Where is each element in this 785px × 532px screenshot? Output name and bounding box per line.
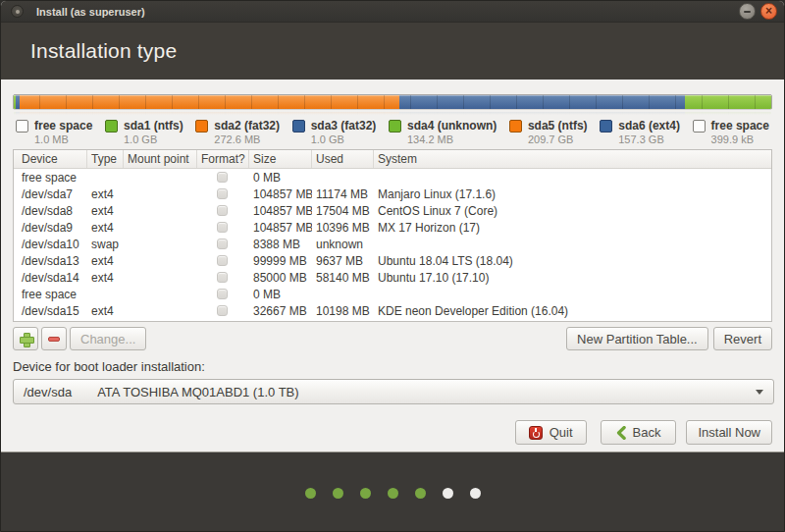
cell-device: /dev/sda10: [14, 238, 87, 251]
disk-bar-wrap: [13, 94, 772, 116]
minimize-button[interactable]: [739, 3, 756, 20]
legend-item: sda4 (unknown) 134.2 MB: [389, 119, 497, 145]
cell-used: 10396 MB: [312, 221, 374, 235]
plus-icon: [20, 333, 32, 346]
cell-used: 9637 MB: [312, 254, 374, 268]
format-checkbox[interactable]: [217, 272, 228, 283]
page-title: Installation type: [30, 39, 177, 63]
legend-label: free space: [711, 119, 769, 133]
navigation-buttons: Quit Back Install Now: [13, 420, 772, 445]
format-checkbox[interactable]: [217, 305, 228, 316]
format-checkbox[interactable]: [217, 222, 228, 233]
disk-bar-reflection: [13, 111, 772, 116]
format-checkbox[interactable]: [217, 205, 228, 216]
close-button[interactable]: ×: [760, 3, 777, 20]
cell-system: Manjaro Linux (17.1.6): [374, 187, 771, 201]
partition-row[interactable]: free space 0 MB: [14, 286, 771, 302]
table-header: Device Type Mount point Format? Size Use…: [14, 150, 771, 169]
partition-row[interactable]: /dev/sda9 ext4 104857 MB 10396 MB MX 17 …: [14, 219, 771, 236]
partition-row[interactable]: /dev/sda14 ext4 85000 MB 58140 MB Ubuntu…: [14, 269, 771, 286]
back-label: Back: [633, 425, 661, 440]
column-header-mount-point: Mount point: [124, 150, 197, 168]
legend-label: sda4 (unknown): [407, 119, 497, 133]
window-icon: [11, 5, 24, 18]
cell-size: 0 MB: [249, 288, 312, 301]
column-header-system: System: [374, 150, 771, 168]
back-button[interactable]: Back: [601, 420, 677, 445]
cell-type: ext4: [87, 254, 124, 268]
install-now-label: Install Now: [698, 425, 760, 440]
titlebar[interactable]: Install (as superuser) ×: [1, 1, 784, 23]
change-partition-button[interactable]: Change...: [70, 327, 146, 350]
sda1-swatch: [105, 120, 118, 133]
cell-size: 104857 MB: [249, 221, 312, 235]
legend-size: 272.6 MB: [214, 133, 280, 145]
cell-type: ext4: [87, 204, 124, 218]
format-checkbox[interactable]: [217, 188, 228, 199]
cell-device: free space: [14, 171, 87, 185]
legend-size: 157.3 GB: [618, 133, 680, 145]
cell-size: 85000 MB: [249, 271, 312, 285]
close-icon: ×: [765, 5, 772, 17]
legend-size: 1.0 GB: [311, 133, 377, 145]
partition-row[interactable]: /dev/sda8 ext4 104857 MB 17504 MB CentOS…: [14, 202, 771, 219]
bootloader-description: ATA TOSHIBA MQ01ABD1 (1.0 TB): [97, 385, 298, 399]
partition-actions: Change... New Partition Table... Revert: [13, 327, 772, 350]
sda6-swatch: [600, 120, 612, 133]
partition-row[interactable]: /dev/sda15 ext4 32667 MB 10198 MB KDE ne…: [14, 302, 771, 319]
legend-label: sda6 (ext4): [618, 119, 680, 133]
quit-label: Quit: [550, 425, 573, 440]
legend-size: 134.2 MB: [407, 133, 497, 145]
chevron-down-icon: [756, 390, 763, 395]
remove-partition-button[interactable]: [41, 327, 67, 350]
format-checkbox[interactable]: [217, 239, 228, 249]
cell-type: swap: [87, 238, 124, 251]
cell-size: 104857 MB: [249, 204, 312, 218]
partition-row[interactable]: free space 0 MB: [14, 169, 771, 186]
partition-row[interactable]: /dev/sda7 ext4 104857 MB 11174 MB Manjar…: [14, 186, 771, 202]
legend-item: sda1 (ntfs) 1.0 GB: [105, 119, 183, 145]
add-partition-button[interactable]: [13, 327, 38, 350]
cell-system: Ubuntu 18.04 LTS (18.04): [374, 254, 771, 268]
legend-size: 209.7 GB: [528, 133, 588, 145]
cell-type: ext4: [87, 271, 124, 285]
legend-label: sda1 (ntfs): [124, 119, 183, 133]
cell-device: /dev/sda13: [14, 254, 87, 268]
sda5-swatch: [509, 120, 522, 133]
new-partition-table-button[interactable]: New Partition Table...: [566, 327, 708, 350]
progress-dot: [388, 488, 398, 499]
progress-dot: [305, 488, 316, 499]
cell-device: /dev/sda8: [14, 204, 87, 218]
install-now-button[interactable]: Install Now: [686, 420, 772, 445]
quit-button[interactable]: Quit: [515, 420, 587, 445]
main-content: free space 1.0 MB sda1 (ntfs) 1.0 GB sda…: [1, 80, 784, 452]
cell-size: 32667 MB: [249, 304, 312, 318]
installer-window: Install (as superuser) × Installation ty…: [0, 0, 785, 532]
window-controls: ×: [739, 3, 777, 20]
partition-row[interactable]: /dev/sda10 swap 8388 MB unknown: [14, 236, 771, 252]
column-header-used: Used: [312, 150, 374, 168]
cell-size: 99999 MB: [249, 254, 312, 268]
column-header-type: Type: [87, 150, 124, 168]
table-actions: New Partition Table... Revert: [566, 327, 772, 350]
cell-device: /dev/sda14: [14, 271, 87, 285]
legend-item: sda3 (fat32) 1.0 GB: [292, 119, 377, 145]
format-checkbox[interactable]: [217, 172, 228, 183]
column-header-format: Format?: [197, 150, 249, 168]
legend-item: free space 399.9 kB: [693, 119, 769, 145]
format-checkbox[interactable]: [217, 289, 228, 299]
legend-size: 1.0 GB: [124, 133, 183, 145]
cell-size: 104857 MB: [249, 187, 312, 201]
free-space-swatch: [16, 120, 28, 133]
partition-row[interactable]: /dev/sda13 ext4 99999 MB 9637 MB Ubuntu …: [14, 252, 771, 269]
revert-button[interactable]: Revert: [713, 327, 772, 350]
cell-used: unknown: [312, 238, 374, 251]
cell-used: 17504 MB: [312, 204, 374, 218]
progress-dot: [443, 488, 453, 499]
bootloader-select[interactable]: /dev/sda ATA TOSHIBA MQ01ABD1 (1.0 TB): [13, 379, 774, 404]
format-checkbox[interactable]: [217, 255, 228, 266]
progress-dot: [470, 488, 481, 499]
cell-type: ext4: [87, 304, 124, 318]
progress-dot: [333, 488, 343, 499]
disk-partition-bar: [13, 94, 772, 110]
